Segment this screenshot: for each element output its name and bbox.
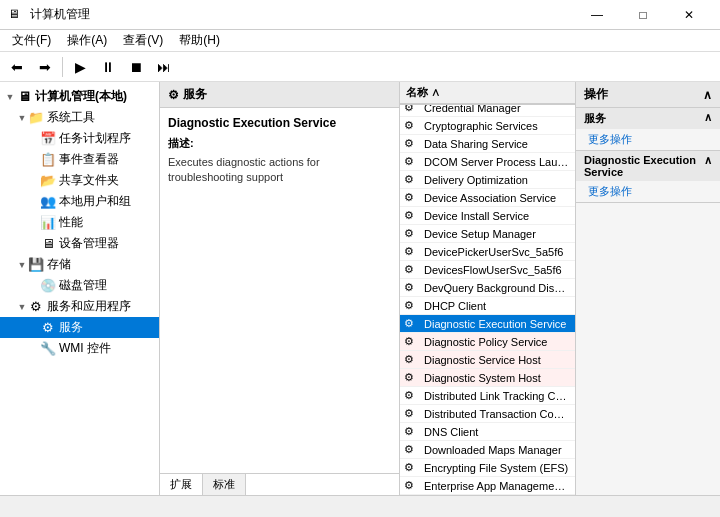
toolbar-next[interactable]: ⏭: [151, 55, 177, 79]
toolbar-back[interactable]: ⬅: [4, 55, 30, 79]
table-row[interactable]: ⚙DevicePickerUserSvc_5a5f6此用…手动允: [400, 243, 575, 261]
menu-view[interactable]: 查看(V): [115, 30, 171, 51]
table-row[interactable]: ⚙Cryptographic Services提供…正在…自动允: [400, 117, 575, 135]
chart-icon: 📊: [40, 215, 56, 231]
tree-system-tools[interactable]: ▼ 📁 系统工具: [0, 107, 159, 128]
service-icon: ⚙: [400, 460, 418, 476]
table-row[interactable]: ⚙Enterprise App Manageme…启用…手动允: [400, 477, 575, 495]
toolbar-stop[interactable]: ⏹: [123, 55, 149, 79]
table-row[interactable]: ⚙DevicesFlowUserSvc_5a5f6允许…手动允: [400, 261, 575, 279]
service-icon: ⚙: [400, 442, 418, 458]
services-panel-title: 服务: [183, 86, 207, 103]
tab-standard[interactable]: 标准: [203, 474, 246, 495]
toolbar-play[interactable]: ▶: [67, 55, 93, 79]
table-row[interactable]: ⚙Device Install Service使计…手动(触发…允: [400, 207, 575, 225]
storage-icon: 💾: [28, 257, 44, 273]
toolbar-forward[interactable]: ➡: [32, 55, 58, 79]
tree-task-scheduler[interactable]: 📅 任务计划程序: [0, 128, 159, 149]
col-header-name[interactable]: 名称 ∧: [400, 82, 575, 103]
gear-icon: ⚙: [28, 299, 44, 315]
service-name: Credential Manager: [418, 105, 575, 115]
actions-more-services[interactable]: 更多操作: [576, 129, 720, 150]
toolbar-pause[interactable]: ⏸: [95, 55, 121, 79]
table-row[interactable]: ⚙Distributed Link Tracking C…维护…正在…自动允: [400, 387, 575, 405]
services-list-panel: 名称 ∧ 描述 状态 启动类型 登∧ ⚙ConsentUxUserSvc_5a5…: [400, 82, 575, 495]
tree-item-label: 设备管理器: [59, 235, 119, 252]
actions-section-services-title[interactable]: 服务 ∧: [576, 108, 720, 129]
actions-diag-label: Diagnostic Execution Service: [584, 154, 704, 178]
tree-wmi[interactable]: 🔧 WMI 控件: [0, 338, 159, 359]
description-text: Executes diagnostic actions for troubles…: [168, 155, 391, 186]
expand-icon: ▼: [16, 260, 28, 270]
service-name: Downloaded Maps Manager: [418, 443, 575, 457]
maximize-button[interactable]: □: [620, 0, 666, 30]
service-icon: ⚙: [400, 154, 418, 170]
tree-panel: ▼ 🖥 计算机管理(本地) ▼ 📁 系统工具 📅 任务计划程序 📋 事件查看器 …: [0, 82, 160, 495]
app-icon: 🖥: [8, 7, 24, 23]
table-row[interactable]: ⚙Credential Manager维护…正在…手动允: [400, 105, 575, 117]
table-row[interactable]: ⚙Data Sharing Service提供…正在…手动(触发…允: [400, 135, 575, 153]
menu-action[interactable]: 操作(A): [59, 30, 115, 51]
folder-shared-icon: 📂: [40, 173, 56, 189]
tree-services[interactable]: ⚙ 服务: [0, 317, 159, 338]
tree-item-label: 服务和应用程序: [47, 298, 131, 315]
expand-icon: ▼: [16, 302, 28, 312]
tree-performance[interactable]: 📊 性能: [0, 212, 159, 233]
toolbar: ⬅ ➡ ▶ ⏸ ⏹ ⏭: [0, 52, 720, 82]
table-row[interactable]: ⚙Delivery Optimization执行…自动(延迟…允: [400, 171, 575, 189]
table-row[interactable]: ⚙DNS ClientDNS…正在…手动(触发…允: [400, 423, 575, 441]
actions-section-diag-title[interactable]: Diagnostic Execution Service ∧: [576, 151, 720, 181]
service-icon: ⚙: [400, 478, 418, 494]
tree-services-apps[interactable]: ▼ ⚙ 服务和应用程序: [0, 296, 159, 317]
service-icon: ⚙: [400, 424, 418, 440]
service-name: DHCP Client: [418, 299, 575, 313]
tree-item-label: 本地用户和组: [59, 193, 131, 210]
table-row[interactable]: ⚙Downloaded Maps Manager供应…自动(延迟…允: [400, 441, 575, 459]
tree-local-users[interactable]: 👥 本地用户和组: [0, 191, 159, 212]
window-controls: — □ ✕: [574, 0, 712, 30]
title-bar: 🖥 计算机管理 — □ ✕: [0, 0, 720, 30]
tree-disk-management[interactable]: 💿 磁盘管理: [0, 275, 159, 296]
menu-file[interactable]: 文件(F): [4, 30, 59, 51]
status-bar: [0, 495, 720, 517]
tree-storage[interactable]: ▼ 💾 存储: [0, 254, 159, 275]
service-icon: ⚙: [400, 136, 418, 152]
tree-root[interactable]: ▼ 🖥 计算机管理(本地): [0, 86, 159, 107]
table-row[interactable]: ⚙Device Setup Manager支持…手动(触发…允: [400, 225, 575, 243]
service-icon: ⚙: [400, 208, 418, 224]
menu-bar: 文件(F) 操作(A) 查看(V) 帮助(H): [0, 30, 720, 52]
tree-event-viewer[interactable]: 📋 事件查看器: [0, 149, 159, 170]
tab-extended[interactable]: 扩展: [160, 474, 203, 495]
table-row[interactable]: ⚙Diagnostic Service Host诊断…禁用允: [400, 351, 575, 369]
tree-item-label: WMI 控件: [59, 340, 111, 357]
wmi-icon: 🔧: [40, 341, 56, 357]
service-name: DevicesFlowUserSvc_5a5f6: [418, 263, 575, 277]
services-panel-header: ⚙ 服务: [160, 82, 399, 108]
table-row[interactable]: ⚙Diagnostic System Host诊断…禁用允: [400, 369, 575, 387]
service-icon: ⚙: [400, 316, 418, 332]
gear-icon: ⚙: [168, 88, 179, 102]
title-bar-title: 计算机管理: [30, 6, 90, 23]
services-panel: ⚙ 服务 Diagnostic Execution Service 描述: Ex…: [160, 82, 400, 495]
service-icon: ⚙: [400, 172, 418, 188]
tree-device-manager[interactable]: 🖥 设备管理器: [0, 233, 159, 254]
chevron-up-icon: ∧: [704, 111, 712, 126]
table-row[interactable]: ⚙Diagnostic Policy Service诊断…禁用允: [400, 333, 575, 351]
table-row[interactable]: ⚙DCOM Server Process Lau…DCO…正在…自动允: [400, 153, 575, 171]
table-row[interactable]: ⚙DHCP Client为此…正在…自动允: [400, 297, 575, 315]
actions-more-diag[interactable]: 更多操作: [576, 181, 720, 202]
table-row[interactable]: ⚙Device Association Service在差…正在…手动(触发…允: [400, 189, 575, 207]
table-row[interactable]: ⚙Diagnostic Execution ServiceExec…禁用允: [400, 315, 575, 333]
table-row[interactable]: ⚙Encrypting File System (EFS)提供…手动(触发…允: [400, 459, 575, 477]
close-button[interactable]: ✕: [666, 0, 712, 30]
service-name: DCOM Server Process Lau…: [418, 155, 575, 169]
menu-help[interactable]: 帮助(H): [171, 30, 228, 51]
service-name: Cryptographic Services: [418, 119, 575, 133]
table-row[interactable]: ⚙Distributed Transaction Co…协调…手动允: [400, 405, 575, 423]
table-row[interactable]: ⚙DevQuery Background Dis…使应…手动(触发…允: [400, 279, 575, 297]
tree-shared-folders[interactable]: 📂 共享文件夹: [0, 170, 159, 191]
tree-item-label: 事件查看器: [59, 151, 119, 168]
minimize-button[interactable]: —: [574, 0, 620, 30]
tree-item-label: 服务: [59, 319, 83, 336]
actions-section-label: 服务: [584, 111, 606, 126]
